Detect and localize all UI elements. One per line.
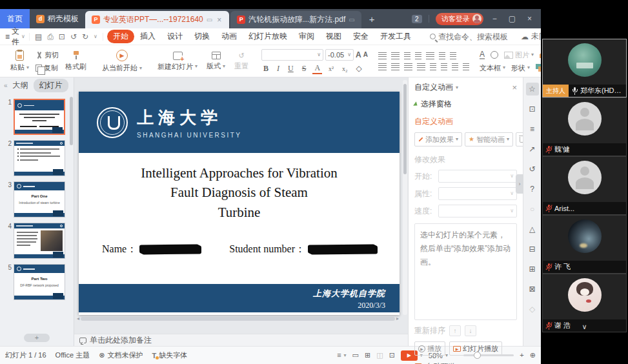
ribbon-tab-view[interactable]: 视图 [320,30,347,43]
slideshow-view-icon[interactable] [389,352,395,359]
property-combo[interactable] [438,187,517,200]
start-combo[interactable] [438,170,517,183]
properties-pane-icon[interactable] [526,123,539,136]
panel-title-dropdown-icon[interactable] [456,85,458,90]
author-row[interactable]: Name： Student number： [79,243,400,256]
participant-tile-5[interactable]: 谢 浩 [542,274,627,332]
share-pane-icon[interactable] [526,143,539,156]
strikethrough-button[interactable]: S [300,64,309,74]
play-effect-button[interactable]: 播放 [414,341,445,356]
animation-pane-icon[interactable] [526,83,539,96]
highlight-button[interactable]: ◇ [354,64,364,74]
print-preview-icon[interactable] [59,33,65,41]
history-pane-icon[interactable] [526,163,539,176]
participant-tile-2[interactable]: 魏'健 [542,97,627,156]
tab-window-icon[interactable] [349,17,354,23]
move-down-button[interactable] [465,325,476,336]
ribbon-tab-devtools[interactable]: 开发工具 [374,30,417,43]
picture-button[interactable]: 图片 [504,50,534,60]
save-icon[interactable] [35,33,42,41]
assistant-pane-icon[interactable] [526,203,539,216]
align-right-icon[interactable] [404,63,412,70]
underline-button[interactable]: U [286,64,296,74]
panel-close-icon[interactable] [512,83,517,92]
tab-close-icon[interactable] [216,16,223,24]
justify-icon[interactable] [417,63,425,70]
command-search[interactable] [430,32,521,41]
paste-button[interactable]: 粘贴 [8,50,32,72]
align-center-icon[interactable] [391,63,400,70]
new-slide-button[interactable]: 新建幻灯片 [155,52,200,72]
mic-muted-icon[interactable] [545,204,552,212]
zoom-slider[interactable] [463,354,514,356]
participant-tile-1[interactable]: 主持人 郑华东(HDZh... [542,39,627,97]
qat-more-icon[interactable] [94,34,97,39]
file-menu[interactable]: 文件 [5,26,29,48]
bullets-icon[interactable] [378,52,387,59]
paragraph-settings-icon[interactable] [463,63,469,70]
image-pane-icon[interactable] [526,283,539,296]
missing-fonts-status[interactable]: T 缺失字体 [152,350,187,360]
fit-slide-button[interactable] [530,352,536,359]
selection-pane-dock-icon[interactable] [526,103,539,116]
smart-animation-button[interactable]: 智能动画 [465,132,513,147]
selection-pane-button[interactable]: 选择窗格 [414,99,517,110]
font-color-button[interactable]: A [312,63,322,74]
notes-bar[interactable]: 单击此处添加备注 [74,334,408,346]
ribbon-tab-review[interactable]: 审阅 [293,30,320,43]
columns-icon[interactable] [450,52,456,59]
tab-count-badge[interactable]: 2 [412,15,422,23]
protection-status[interactable]: 文档未保护 [99,350,143,360]
slide-thumbnail-5[interactable]: Part Two DF-RBF network proposed [14,264,65,300]
layout-button[interactable]: 版式 [204,52,228,71]
text-direction-icon[interactable] [439,52,445,59]
ribbon-tab-security[interactable]: 安全 [347,30,374,43]
thumbnail-scrollbar[interactable] [70,97,73,145]
shrink-font-button[interactable]: A [363,51,368,58]
line-spacing-icon[interactable] [426,52,434,59]
collapse-tiles-icon[interactable] [582,323,587,330]
textbox-quick-icon[interactable]: A [480,50,485,59]
document-tab-active[interactable]: P 专业英语PPT—...--19721640 [85,11,229,28]
mic-muted-icon[interactable] [545,145,552,154]
copy-button[interactable]: 复制 [35,63,59,73]
slide-thumbnail-3[interactable]: Part One Introduction of steam turbine [14,181,65,217]
participant-tile-4[interactable]: 许 飞 [542,215,627,274]
slide-thumbnail-4[interactable] [14,223,65,259]
participant-tile-3[interactable]: Arist... [542,156,627,215]
slide-thumbnail-1[interactable] [14,99,65,135]
tab-window-icon[interactable] [207,17,212,23]
slide-thumbnail-2[interactable] [14,140,65,176]
superscript-button[interactable]: x² [327,65,336,72]
undo-icon[interactable] [70,33,77,41]
docer-templates-tab[interactable]: d 稻壳模板 [30,9,85,28]
notes-toggle-button[interactable] [337,352,346,359]
move-up-button[interactable] [449,325,461,336]
guest-login-button[interactable]: 访客登录 [436,13,483,25]
extra-pane-icon[interactable] [526,303,539,316]
shape-quick-icon[interactable] [491,51,498,59]
animation-list[interactable]: 选中幻灯片的某个元素，然后单击“添加效果”添加动画。 [414,223,517,320]
align-left-icon[interactable] [378,63,387,70]
outline-pane-icon[interactable] [526,223,539,236]
restore-button[interactable] [506,15,518,23]
new-tab-button[interactable] [361,9,383,28]
increase-indent-icon[interactable] [415,52,421,59]
italic-button[interactable]: I [275,64,281,74]
speed-combo[interactable] [438,205,517,217]
zoom-slider-knob[interactable] [474,352,481,359]
grow-font-button[interactable]: A [356,50,361,59]
scroll-left-icon[interactable] [77,316,79,321]
ribbon-tab-transitions[interactable]: 切换 [188,30,216,43]
ribbon-tab-home[interactable]: 开始 [107,30,134,43]
font-size-combo[interactable]: -0.05 [325,49,354,61]
print-icon[interactable] [47,33,54,41]
ribbon-tab-design[interactable]: 设计 [161,30,188,43]
qr-pane-icon[interactable] [526,263,539,276]
add-effect-button[interactable]: 添加效果 [414,132,462,147]
shapes-button[interactable]: 形状 [511,63,530,73]
close-button[interactable] [525,15,534,23]
ribbon-tab-insert[interactable]: 插入 [134,30,161,43]
search-input[interactable] [438,32,521,41]
slide-title[interactable]: Intelligent Approaches for Vibration Fau… [79,163,400,222]
